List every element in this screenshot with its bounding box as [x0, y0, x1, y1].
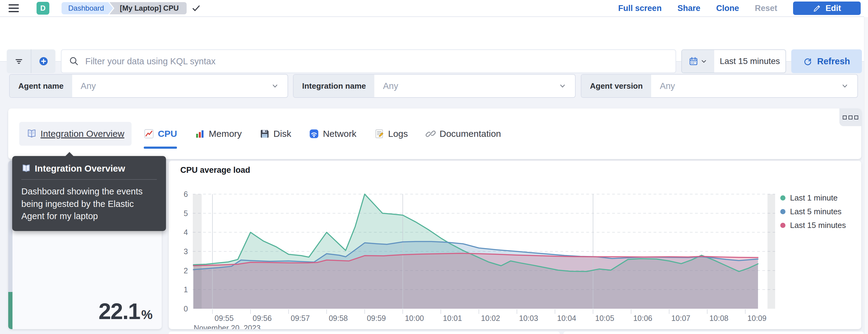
svg-text:2: 2: [184, 266, 188, 275]
book-icon: [21, 164, 31, 173]
control-agent-name[interactable]: Agent name Any: [9, 74, 288, 98]
svg-text:10:00: 10:00: [405, 314, 424, 323]
cpu-average-load-chart[interactable]: 012345609:5509:5609:5709:5809:5910:0010:…: [169, 161, 861, 329]
metric-value: 22.1: [99, 298, 140, 324]
svg-text:10:08: 10:08: [709, 314, 728, 323]
scrollbar[interactable]: [864, 17, 868, 334]
svg-text:0: 0: [184, 304, 188, 313]
svg-text:1: 1: [184, 285, 188, 294]
plus-circle-icon: [38, 56, 49, 66]
tab-cpu[interactable]: CPU: [144, 129, 177, 139]
refresh-button[interactable]: Refresh: [791, 49, 862, 73]
full-screen-link[interactable]: Full screen: [618, 4, 662, 13]
svg-text:09:56: 09:56: [253, 314, 272, 323]
legend-item-last-5-minutes[interactable]: Last 5 minutes: [780, 205, 846, 218]
legend-dot: [780, 209, 785, 214]
legend-item-last-15-minutes[interactable]: Last 15 minutes: [780, 218, 846, 232]
svg-text:4: 4: [184, 228, 188, 237]
legend-item-last-1-minute[interactable]: Last 1 minute: [780, 191, 846, 205]
tooltip-title: Integration Overview: [21, 163, 157, 174]
chart-legend: Last 1 minute Last 5 minutes Last 15 min…: [780, 191, 846, 232]
pencil-icon: [813, 4, 822, 12]
metric-value-group: 22.1 %: [99, 298, 153, 324]
control-label: Agent name: [10, 75, 72, 97]
svg-text:5: 5: [184, 209, 188, 218]
book-icon: [27, 129, 37, 139]
edit-button[interactable]: Edit: [793, 2, 861, 15]
svg-text:10:01: 10:01: [443, 314, 462, 323]
time-range-picker[interactable]: Last 15 minutes: [681, 49, 786, 73]
control-integration-name[interactable]: Integration name Any: [293, 74, 576, 98]
svg-text:6: 6: [184, 190, 188, 199]
metric-progress-track: [8, 161, 12, 329]
tab-documentation[interactable]: Documentation: [426, 129, 501, 139]
metric-progress-fill: [8, 292, 12, 329]
add-filter-button[interactable]: [31, 49, 56, 73]
control-value: Any: [651, 81, 840, 91]
tab-tooltip: Integration Overview Dashboard showing t…: [12, 156, 166, 231]
svg-text:10:09: 10:09: [747, 314, 767, 323]
divider: [21, 179, 157, 180]
control-label: Agent version: [581, 75, 651, 97]
wireless-icon: [309, 129, 319, 139]
calendar-icon: [689, 56, 699, 66]
filter-menu-button[interactable]: [7, 49, 31, 73]
tab-logs[interactable]: Logs: [374, 129, 408, 139]
chevron-down-icon: [840, 81, 857, 91]
control-label: Integration name: [293, 75, 374, 97]
calendar-segment[interactable]: [682, 50, 714, 72]
svg-text:10:02: 10:02: [481, 314, 500, 323]
kql-search-input[interactable]: [85, 56, 668, 67]
tab-memory[interactable]: Memory: [195, 129, 242, 139]
breadcrumb-current-dashboard: [My Laptop] CPU: [109, 2, 186, 14]
svg-text:09:55: 09:55: [215, 314, 234, 323]
tab-disk[interactable]: Disk: [259, 129, 291, 139]
menu-hamburger-icon[interactable]: [8, 4, 19, 12]
cpu-average-load-panel: CPU average load 012345609:5509:5609:570…: [169, 161, 861, 329]
svg-text:10:06: 10:06: [633, 314, 652, 323]
next-row-panel-edge: [563, 332, 864, 334]
svg-text:3: 3: [184, 247, 188, 256]
filter-icon: [14, 56, 24, 66]
control-value: Any: [374, 81, 558, 91]
clone-link[interactable]: Clone: [716, 4, 739, 13]
legend-dot: [780, 195, 785, 201]
tooltip-body: Dashboard showing the events being inges…: [21, 185, 157, 222]
space-avatar[interactable]: D: [36, 2, 49, 14]
control-agent-version[interactable]: Agent version Any: [581, 74, 858, 98]
breadcrumb-dashboard[interactable]: Dashboard: [62, 2, 113, 14]
breadcrumb: Dashboard [My Laptop] CPU: [62, 2, 201, 14]
memo-icon: [374, 129, 384, 139]
chart-increasing-icon: [144, 129, 154, 139]
svg-text:09:58: 09:58: [329, 314, 348, 323]
share-link[interactable]: Share: [677, 4, 700, 13]
query-bar: Last 15 minutes Refresh: [0, 17, 868, 62]
link-icon: [426, 129, 436, 139]
refresh-icon: [803, 57, 812, 66]
top-navigation-bar: D Dashboard [My Laptop] CPU Full screen …: [0, 0, 868, 17]
bar-chart-icon: [195, 129, 205, 139]
chevron-down-icon: [558, 81, 575, 91]
kql-search-box: [61, 49, 676, 73]
chevron-down-icon: [271, 81, 287, 91]
svg-text:10:07: 10:07: [671, 314, 690, 323]
svg-text:10:04: 10:04: [557, 314, 576, 323]
scrollbar-gutter: [864, 0, 868, 17]
tab-integration-overview[interactable]: Integration Overview: [19, 122, 131, 146]
chevron-down-icon: [700, 58, 708, 65]
floppy-disk-icon: [259, 129, 270, 139]
metric-unit: %: [141, 307, 153, 322]
search-icon: [69, 56, 79, 66]
svg-text:10:03: 10:03: [519, 314, 538, 323]
tab-network[interactable]: Network: [309, 129, 356, 139]
panel-options-button[interactable]: [839, 109, 861, 126]
reset-link: Reset: [755, 4, 777, 13]
boxes-icon: [843, 116, 847, 119]
header-actions: Full screen Share Clone Reset Edit: [618, 2, 868, 15]
time-range-value[interactable]: Last 15 minutes: [714, 50, 785, 72]
legend-dot: [780, 223, 785, 228]
svg-text:November 20, 2023: November 20, 2023: [194, 324, 261, 329]
dashboard-switch-caret-icon[interactable]: [192, 4, 201, 13]
navigation-markdown-panel: Integration Overview CPU Memory Disk: [8, 109, 861, 159]
control-value: Any: [72, 81, 271, 91]
